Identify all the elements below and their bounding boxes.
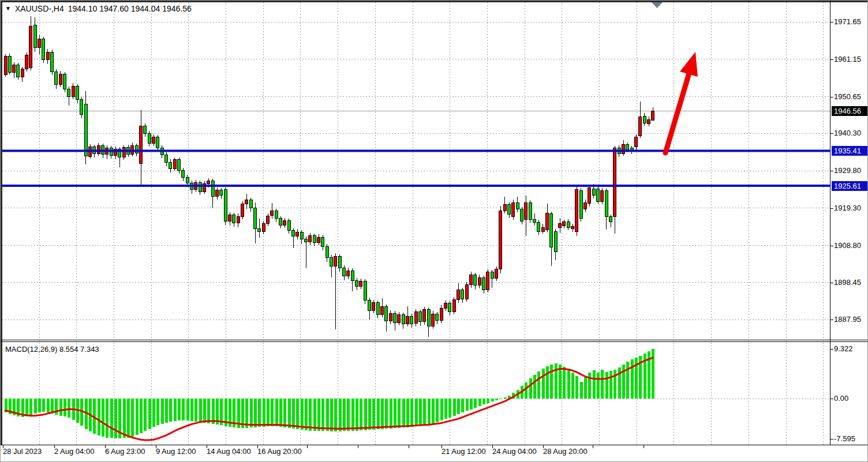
candle-body-down [51, 52, 54, 72]
macd-bar [571, 373, 574, 399]
candle-body-up [584, 202, 587, 209]
time-axis-label: 28 Jul 2023 [3, 447, 42, 456]
candle-body-down [186, 177, 189, 183]
chart-collapse-icon[interactable]: ▼ [5, 6, 11, 12]
macd-bar [212, 399, 215, 423]
macd-bar [580, 382, 583, 399]
macd-bar [169, 399, 172, 422]
candle-body-down [474, 275, 477, 286]
candle-body-down [258, 228, 261, 231]
macd-bar [605, 372, 608, 399]
macd-bar [529, 378, 532, 399]
candle-body-down [330, 258, 333, 266]
macd-bar [394, 399, 396, 428]
candle-body-down [76, 86, 79, 99]
macd-bar [546, 366, 549, 399]
trend-arrow-shaft[interactable] [665, 67, 691, 153]
candle-body-up [635, 137, 638, 147]
macd-bar [385, 399, 388, 429]
candle-body-up [5, 57, 8, 75]
macd-bar [613, 370, 616, 399]
macd-bar [372, 399, 375, 430]
macd-bar [245, 399, 248, 428]
macd-bar [275, 399, 278, 426]
macd-bar [618, 367, 621, 399]
macd-bar [271, 399, 274, 426]
macd-bar [98, 399, 100, 435]
macd-bar [453, 399, 456, 416]
candle-body-up [263, 224, 265, 232]
candle-body-up [271, 211, 274, 216]
macd-bar [593, 370, 596, 399]
candle-body-down [275, 211, 278, 219]
macd-bar [68, 399, 70, 418]
macd-bar [495, 399, 498, 400]
macd-bar [609, 371, 612, 399]
candle-body-down [254, 208, 257, 228]
candle-body-up [478, 277, 481, 286]
trend-arrow-head[interactable] [680, 52, 698, 77]
time-axis-label: 6 Aug 23:00 [105, 447, 145, 456]
price-axis-label: 1908.80 [834, 241, 867, 250]
macd-bar [80, 399, 83, 426]
time-axis-label: 14 Aug 04:00 [207, 447, 251, 456]
chart-shift-marker-icon[interactable] [652, 2, 663, 8]
candle-body-down [233, 215, 235, 223]
macd-bar [34, 399, 37, 414]
macd-bar [47, 399, 50, 412]
candle-body-up [283, 221, 286, 225]
price-axis-label: 1961.15 [834, 55, 867, 64]
candle-body-up [648, 119, 650, 123]
candle-body-down [288, 221, 291, 231]
candle-body-down [491, 272, 494, 278]
candle-body-down [410, 316, 413, 324]
macd-bar [478, 399, 481, 406]
candle-body-down [279, 219, 282, 225]
candle-body-up [347, 271, 350, 276]
macd-bar [402, 399, 405, 427]
candle-body-up [309, 236, 312, 242]
candle-body-up [207, 181, 210, 184]
macd-bar [601, 370, 604, 399]
candle-body-up [499, 211, 502, 269]
chart-frame [1, 1, 868, 448]
macd-bar [436, 399, 439, 422]
macd-bar [575, 376, 578, 399]
macd-bar [533, 375, 536, 399]
candle-body-down [34, 25, 37, 48]
candle-body-up [444, 303, 447, 309]
candle-body-up [29, 27, 32, 68]
candle-body-down [593, 189, 596, 196]
macd-bar [339, 399, 342, 431]
candle-body-up [440, 308, 443, 320]
macd-bar [364, 399, 367, 430]
macd-bar [448, 399, 451, 417]
time-axis-label: 9 Aug 12:00 [156, 447, 196, 456]
candle-body-up [466, 285, 469, 299]
candle-body-down [178, 160, 181, 171]
candle-body-down [580, 190, 583, 219]
candle-body-down [343, 268, 346, 276]
candle-body-up [381, 307, 384, 315]
candle-body-down [517, 202, 519, 209]
candle-body-up [98, 145, 100, 153]
price-axis-label: 1887.95 [834, 315, 867, 324]
macd-bar [267, 399, 270, 426]
macd-bar [537, 371, 540, 399]
trend-arrow[interactable] [665, 52, 698, 153]
candle-body-down [148, 133, 151, 143]
candle-body-up [360, 281, 362, 287]
candle-body-down [144, 126, 147, 134]
candle-body-down [482, 277, 485, 290]
macd-bar [550, 365, 553, 399]
macd-bar [470, 399, 473, 409]
macd-bar [114, 399, 117, 438]
candle-body-up [72, 86, 75, 97]
macd-bar [525, 382, 527, 399]
time-axis-label: 16 Aug 20:00 [257, 447, 302, 456]
candle-body-up [334, 256, 337, 266]
macd-bar [597, 373, 600, 399]
candle-body-down [80, 100, 83, 115]
top-border [1, 1, 868, 2]
macd-bar [301, 399, 304, 430]
